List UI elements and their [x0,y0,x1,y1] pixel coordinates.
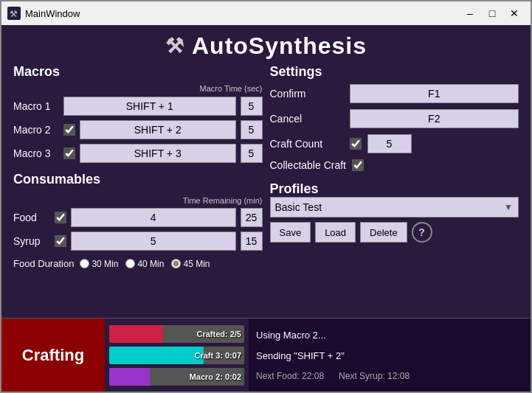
status-line2: Sending "SHIFT + 2" [256,350,523,361]
food-30min-radio[interactable] [80,259,89,268]
next-syrup-label: Next Syrup: 12:08 [339,371,410,381]
close-button[interactable]: ✕ [504,5,525,21]
app-icon: ⚒ [7,7,21,20]
food-duration-options: 30 Min 40 Min 45 Min [80,259,210,269]
cancel-input[interactable] [350,109,519,128]
right-panel: Settings Confirm Cancel Craft Count [270,64,519,315]
status-messages: Using Macro 2... Sending "SHIFT + 2" Nex… [249,319,531,392]
bottom-bar: Crafting Crafted: 2/5 Craft 3: 0:07 Macr… [1,318,531,392]
syrup-time[interactable] [241,232,263,251]
macro-3-row: Macro 3 [13,144,263,163]
food-label: Food [13,212,50,223]
macro2-bar-label: Macro 2: 0:02 [190,372,241,381]
macros-title: Macros [13,64,263,80]
profiles-section: Profiles Basic Test ▼ Save Load Delete ? [270,181,519,243]
app-title-text: AutoSynthesis [192,32,367,60]
macro-2-input[interactable] [80,120,236,139]
food-duration-row: Food Duration 30 Min 40 Min 45 Min [13,258,263,269]
status-line1: Using Macro 2... [256,330,523,341]
macro-1-input[interactable] [63,97,236,116]
macro-time-header: Macro Time (sec) [200,84,263,94]
help-button[interactable]: ? [412,222,432,243]
crafted-bar-fill [109,325,163,343]
food-45min-option[interactable]: 45 Min [171,259,210,269]
macro-2-label: Macro 2 [13,124,59,136]
food-duration-label: Food Duration [13,258,74,269]
cancel-label: Cancel [270,113,344,125]
craft3-bar-label: Craft 3: 0:07 [194,351,241,360]
profiles-title: Profiles [270,181,319,196]
macro-3-checkbox[interactable] [63,147,75,159]
load-button[interactable]: Load [315,222,356,243]
craft3-bar-fill [109,347,204,364]
delete-button[interactable]: Delete [360,222,407,243]
cancel-row: Cancel [270,109,519,128]
syrup-checkbox[interactable] [55,235,66,247]
crafted-bar-container: Crafted: 2/5 [109,325,244,343]
profiles-buttons: Save Load Delete ? [270,222,519,243]
profiles-dropdown-wrapper: Basic Test ▼ [270,197,519,218]
settings-title: Settings [270,64,519,80]
title-bar-controls: – □ ✕ [460,5,525,21]
main-panels: Macros Macro Time (sec) Macro 1 Macro 2 [1,64,531,315]
food-40min-radio[interactable] [125,259,135,268]
food-checkbox[interactable] [55,212,66,223]
consumables-title: Consumables [13,172,263,187]
macro2-bar-container: Macro 2: 0:02 [109,368,244,386]
food-input[interactable] [71,208,236,227]
app-header: ⚒ AutoSynthesis [1,25,531,64]
macro-2-checkbox[interactable] [63,124,75,136]
syrup-row: Syrup [13,232,263,251]
food-30min-option[interactable]: 30 Min [80,259,118,269]
macro-2-time[interactable] [241,120,263,139]
title-bar-text: MainWindow [25,8,460,19]
food-row: Food [13,208,263,227]
macro-header-row: Macro Time (sec) [13,84,263,94]
progress-bars-container: Crafted: 2/5 Craft 3: 0:07 Macro 2: 0:02 [105,319,249,392]
macro-1-time[interactable] [241,97,263,116]
profiles-dropdown[interactable]: Basic Test [270,197,519,218]
consumables-header-row: Time Remaining (min) [13,196,263,205]
syrup-label: Syrup [13,235,50,247]
status-line3: Next Food: 22:08 Next Syrup: 12:08 [256,371,523,381]
anvil-icon: ⚒ [165,34,184,58]
food-time[interactable] [241,208,263,227]
food-45min-radio[interactable] [171,259,181,268]
craft3-bar-container: Craft 3: 0:07 [109,347,244,364]
craft-count-label: Craft Count [270,138,344,150]
left-panel: Macros Macro Time (sec) Macro 1 Macro 2 [13,64,263,315]
craft-count-checkbox[interactable] [350,138,362,150]
macro2-bar-fill [109,368,150,386]
app-title: ⚒ AutoSynthesis [1,32,531,60]
collectable-label: Collectable Craft [270,159,347,171]
svg-text:⚒: ⚒ [10,9,18,19]
minimize-button[interactable]: – [460,5,480,21]
main-window: ⚒ MainWindow – □ ✕ ⚒ AutoSynthesis Macro… [0,0,532,393]
macro-3-label: Macro 3 [13,147,59,159]
crafting-button[interactable]: Crafting [1,319,105,392]
food-40min-option[interactable]: 40 Min [125,259,164,269]
macro-1-label: Macro 1 [13,100,59,112]
craft-count-input[interactable] [367,134,412,153]
confirm-input[interactable] [350,84,519,103]
syrup-input[interactable] [71,232,236,251]
maximize-button[interactable]: □ [482,5,502,21]
next-food-label: Next Food: 22:08 [256,371,324,381]
consumables-time-header: Time Remaining (min) [183,196,263,205]
macro-2-row: Macro 2 [13,120,263,139]
macro-1-row: Macro 1 [13,97,263,116]
confirm-row: Confirm [270,84,519,103]
content-area: ⚒ AutoSynthesis Macros Macro Time (sec) … [1,25,531,392]
craft-count-row: Craft Count [270,134,519,153]
save-button[interactable]: Save [270,222,311,243]
macro-3-input[interactable] [80,144,236,163]
title-bar: ⚒ MainWindow – □ ✕ [1,1,531,25]
confirm-label: Confirm [270,88,344,100]
crafted-bar-label: Crafted: 2/5 [196,330,241,338]
macro-3-time[interactable] [241,144,263,163]
collectable-row: Collectable Craft [270,159,519,171]
collectable-checkbox[interactable] [352,159,364,171]
